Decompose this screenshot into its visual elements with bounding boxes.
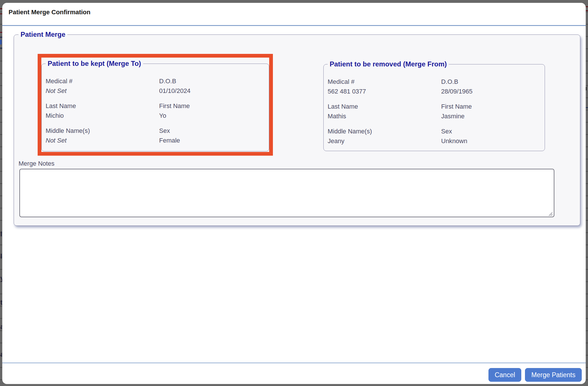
backdrop-red-line <box>586 6 588 7</box>
field-value: 562 481 0377 <box>328 87 441 96</box>
field-label: D.O.B <box>159 76 269 86</box>
field-label: D.O.B <box>441 77 545 87</box>
patient-merge-section: Patient Merge Patient to be kept (Merge … <box>14 34 580 226</box>
field-value: 01/10/2024 <box>159 86 269 96</box>
field-value: Jasmine <box>441 111 545 121</box>
backdrop-navy-line <box>0 48 2 48</box>
field-medical-number: Medical # 562 481 0377 <box>328 77 441 96</box>
backdrop-red-line <box>0 32 2 33</box>
field-label: Medical # <box>46 76 159 86</box>
patient-merge-confirmation-dialog: Patient Merge Confirmation Patient Merge… <box>2 3 586 384</box>
field-dob: D.O.B 01/10/2024 <box>159 76 269 96</box>
patient-merge-section-legend: Patient Merge <box>19 30 67 39</box>
merge-from-panel: Patient to be removed (Merge From) Medic… <box>323 64 545 151</box>
field-dob: D.O.B 28/09/1965 <box>441 77 545 96</box>
merge-to-highlight-border: Patient to be kept (Merge To) Medical # … <box>38 54 273 156</box>
field-label: Middle Name(s) <box>328 127 441 136</box>
field-sex: Sex Unknown <box>441 127 545 146</box>
footer-actions: Cancel Merge Patients <box>488 368 582 382</box>
field-value: Yo <box>159 111 269 121</box>
merge-to-panel-legend: Patient to be kept (Merge To) <box>46 59 143 68</box>
footer-divider <box>2 363 586 363</box>
field-label: Sex <box>441 127 545 136</box>
field-first-name: First Name Yo <box>159 101 269 121</box>
field-sex: Sex Female <box>159 126 269 145</box>
field-value: Unknown <box>441 136 545 146</box>
backdrop-navy-line <box>586 107 588 108</box>
field-value: Michio <box>46 111 159 121</box>
merge-from-panel-body: Medical # 562 481 0377 D.O.B 28/09/1965 … <box>324 64 545 146</box>
field-label: Medical # <box>328 77 441 87</box>
dialog-title: Patient Merge Confirmation <box>9 9 90 16</box>
merge-notes-label: Merge Notes <box>19 159 54 168</box>
field-value: Not Set <box>46 86 159 96</box>
field-middle-names: Middle Name(s) Not Set <box>46 126 159 145</box>
merge-patients-button[interactable]: Merge Patients <box>525 368 582 382</box>
backdrop-dark-fragment <box>586 87 587 90</box>
field-value: Jeany <box>328 136 441 146</box>
field-first-name: First Name Jasmine <box>441 102 545 121</box>
field-label: First Name <box>441 102 545 111</box>
backdrop-red-line <box>586 10 588 11</box>
backdrop-red-line <box>0 8 2 9</box>
field-label: Last Name <box>328 102 441 111</box>
merge-from-panel-legend: Patient to be removed (Merge From) <box>328 60 449 68</box>
backdrop-navy-line <box>0 37 2 38</box>
cancel-button[interactable]: Cancel <box>488 368 522 382</box>
merge-notes-textarea[interactable] <box>19 169 554 217</box>
textarea-resize-handle[interactable] <box>548 212 553 217</box>
backdrop-red-line <box>0 13 2 14</box>
field-last-name: Last Name Michio <box>46 101 159 121</box>
field-label: First Name <box>159 101 269 111</box>
merge-to-panel-body: Medical # Not Set D.O.B 01/10/2024 Last … <box>42 64 269 145</box>
header-divider <box>2 25 586 26</box>
field-label: Middle Name(s) <box>46 126 159 136</box>
field-value: 28/09/1965 <box>441 87 545 96</box>
field-label: Last Name <box>46 101 159 111</box>
field-value: Not Set <box>46 136 159 145</box>
field-value: Mathis <box>328 111 441 121</box>
field-last-name: Last Name Mathis <box>328 102 441 121</box>
field-value: Female <box>159 136 269 145</box>
field-label: Sex <box>159 126 269 136</box>
field-medical-number: Medical # Not Set <box>46 76 159 96</box>
backdrop-blue-fragment <box>0 40 2 44</box>
merge-to-panel: Patient to be kept (Merge To) Medical # … <box>41 64 269 151</box>
field-middle-names: Middle Name(s) Jeany <box>328 127 441 146</box>
